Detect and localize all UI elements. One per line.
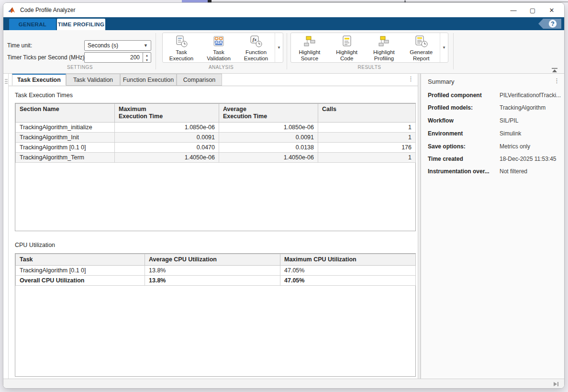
col-max-exec-time: MaximumExecution Time — [115, 104, 219, 123]
svg-text:fx: fx — [253, 37, 256, 42]
panel-grip-strip[interactable] — [3, 74, 9, 379]
generate-report-label: GenerateReport — [410, 49, 433, 62]
spin-down-icon[interactable]: ▼ — [143, 57, 151, 62]
table-row[interactable]: TrackingAlgorithm [0.1 0] 0.0470 0.0138 … — [16, 143, 416, 153]
spin-up-icon[interactable]: ▲ — [143, 53, 151, 57]
task-execution-table: Section Name MaximumExecution Time Avera… — [15, 103, 416, 163]
analysis-group: TaskExecution TaskValidation — [162, 33, 283, 63]
results-caption: RESULTS — [322, 65, 417, 70]
function-execution-label: FunctionExecution — [244, 49, 268, 62]
summary-row: Profiled models: TrackingAlgorithm — [428, 104, 562, 117]
analysis-gallery-dropdown[interactable]: ▼ — [275, 33, 283, 62]
summary-row: Profiled component PILVerificationofTrac… — [428, 92, 562, 105]
summary-row: Instrumentation over... Not filtered — [428, 168, 562, 181]
summary-menu-icon[interactable]: ⋮ — [554, 78, 560, 84]
col-section-name: Section Name — [16, 104, 115, 123]
highlight-code-button[interactable]: HighlightCode — [328, 33, 366, 62]
document-tab-strip: Task Execution Task Validation Function … — [9, 74, 418, 86]
minimize-button[interactable]: — — [504, 3, 523, 17]
time-unit-value: Seconds (s) — [88, 42, 118, 49]
time-unit-label: Time unit: — [7, 42, 32, 49]
summary-value: PILVerificationofTracki... — [500, 92, 562, 105]
ribbon-separator — [287, 33, 287, 69]
time-unit-dropdown[interactable]: Seconds (s) ▼ — [84, 40, 151, 51]
ribbon-separator — [453, 33, 454, 69]
expand-panel-icon[interactable] — [553, 381, 559, 387]
summary-row: Save options: Metrics only — [428, 143, 562, 156]
highlight-source-button[interactable]: HighlightSource — [291, 33, 328, 62]
col-avg-cpu: Average CPU Utilization — [145, 254, 280, 266]
summary-panel: Summary ⋮ Profiled component PILVerifica… — [421, 74, 565, 379]
summary-title: Summary — [428, 78, 455, 85]
chevron-down-icon: ▼ — [277, 45, 281, 50]
window-title: Code Profile Analyzer — [20, 7, 75, 13]
summary-row: Workflow SIL/PIL — [428, 117, 562, 130]
generate-report-button[interactable]: GenerateReport — [402, 33, 440, 62]
col-calls: Calls — [318, 104, 416, 123]
doc-tab-task-validation[interactable]: Task Validation — [66, 74, 120, 86]
function-execution-button[interactable]: fx FunctionExecution — [237, 33, 275, 62]
close-button[interactable]: ✕ — [542, 3, 561, 17]
status-strip — [3, 379, 564, 389]
timer-ticks-stepper[interactable]: 200 ▲ ▼ — [84, 52, 151, 63]
highlight-source-icon — [303, 35, 316, 48]
table-header-row: Section Name MaximumExecution Time Avera… — [16, 104, 416, 123]
summary-label: Time created — [428, 156, 500, 168]
task-execution-table-frame: Section Name MaximumExecution Time Avera… — [15, 103, 416, 231]
table-row[interactable]: TrackingAlgorithm_initialize 1.0850e-06 … — [16, 123, 416, 133]
results-gallery-dropdown[interactable]: ▼ — [440, 33, 448, 62]
summary-value: TrackingAlgorithm — [500, 104, 562, 117]
collapse-ribbon-icon[interactable] — [551, 67, 558, 73]
table-row[interactable]: TrackingAlgorithm_Term 1.4050e-06 1.4050… — [16, 153, 416, 163]
col-max-cpu: Maximum CPU Utilization — [280, 254, 416, 266]
generate-report-icon — [414, 35, 428, 48]
ribbon: Time unit: Seconds (s) ▼ Timer Ticks per… — [3, 30, 564, 74]
grip-icon — [4, 78, 8, 84]
chevron-down-icon: ▼ — [144, 43, 148, 48]
highlight-profiling-label: HighlightProfiling — [373, 49, 395, 62]
timer-ticks-label: Timer Ticks per Second (MHz): — [7, 54, 86, 61]
doc-tabs-menu-icon[interactable]: ⋮ — [408, 76, 414, 82]
doc-tab-comparison[interactable]: Comparison — [177, 74, 222, 86]
ribbon-separator — [156, 33, 156, 69]
cpu-utilization-title: CPU Utilization — [15, 242, 55, 248]
ribbon-tab-strip: GENERAL TIME PROFILING ? — [3, 17, 564, 30]
summary-row: Time created 18-Dec-2025 11:53:45 — [428, 156, 562, 168]
task-validation-button[interactable]: TaskValidation — [200, 33, 237, 62]
summary-value: Metrics only — [500, 143, 562, 156]
tab-time-profiling[interactable]: TIME PROFILING — [57, 19, 105, 30]
highlight-code-label: HighlightCode — [336, 49, 357, 62]
function-execution-icon: fx — [249, 35, 263, 48]
highlight-profiling-button[interactable]: HighlightProfiling — [366, 33, 403, 62]
doc-tab-task-execution[interactable]: Task Execution — [12, 74, 66, 86]
col-avg-exec-time: AverageExecution Time — [219, 104, 318, 123]
summary-label: Save options: — [428, 143, 500, 156]
highlight-profiling-icon — [378, 35, 390, 48]
task-execution-label: TaskExecution — [169, 49, 194, 62]
summary-value: Simulink — [500, 130, 562, 143]
cpu-utilization-table: Task Average CPU Utilization Maximum CPU… — [15, 254, 416, 286]
matlab-logo-icon — [8, 6, 16, 14]
doc-tab-function-execution[interactable]: Function Execution — [120, 74, 177, 86]
timer-ticks-value[interactable]: 200 — [84, 52, 143, 63]
summary-label: Profiled component — [428, 92, 500, 105]
maximize-button[interactable]: ▢ — [523, 3, 542, 17]
code-profile-analyzer-window: Code Profile Analyzer — ▢ ✕ GENERAL TIME… — [3, 2, 565, 389]
summary-value: SIL/PIL — [500, 117, 562, 130]
table-row[interactable]: TrackingAlgorithm_Init 0.0091 0.0091 1 — [16, 133, 416, 143]
settings-caption: SETTINGS — [32, 65, 128, 70]
task-execution-times-title: Task Execution Times — [15, 92, 73, 99]
col-task: Task — [16, 254, 145, 266]
table-row[interactable]: TrackingAlgorithm [0.1 0] 13.8% 47.05% — [16, 266, 416, 276]
summary-label: Workflow — [428, 117, 500, 130]
table-row-overall[interactable]: Overall CPU Utilization 13.8% 47.05% — [16, 276, 416, 286]
summary-value: Not filtered — [500, 168, 562, 181]
tab-general[interactable]: GENERAL — [9, 19, 56, 30]
results-group: HighlightSource HighlightCode — [290, 33, 448, 63]
summary-label: Environment — [428, 130, 500, 143]
title-bar[interactable]: Code Profile Analyzer — ▢ ✕ — [3, 3, 564, 17]
task-execution-button[interactable]: TaskExecution — [163, 33, 200, 62]
document-area: Task Execution Task Validation Function … — [9, 74, 418, 379]
help-icon[interactable]: ? — [538, 19, 561, 29]
cpu-utilization-table-frame: Task Average CPU Utilization Maximum CPU… — [15, 253, 416, 377]
